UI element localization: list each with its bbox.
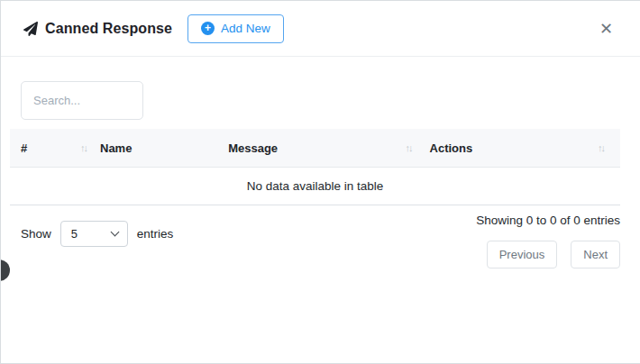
empty-row: No data available in table: [10, 168, 620, 205]
table-info: Showing 0 to 0 of 0 entries: [476, 214, 620, 227]
show-label: Show: [21, 227, 51, 241]
page-size-select[interactable]: 5: [60, 221, 128, 247]
column-label: Message: [228, 141, 278, 155]
dialog-body: # ↑↓ Name Message ↑↓ Actions ↑↓: [1, 81, 640, 268]
entries-label: entries: [137, 227, 174, 241]
table-footer: Show 5 entries Showing 0 to 0 of 0 entri…: [10, 205, 631, 268]
canned-response-table: # ↑↓ Name Message ↑↓ Actions ↑↓: [10, 129, 620, 205]
column-header-message[interactable]: Message ↑↓: [217, 129, 418, 168]
column-header-actions[interactable]: Actions ↑↓: [419, 129, 620, 168]
column-label: Actions: [430, 141, 473, 155]
page-size-select-wrap: 5: [60, 221, 128, 247]
plus-circle-icon: +: [201, 22, 215, 35]
column-header-index[interactable]: # ↑↓: [10, 129, 89, 168]
pager: Previous Next: [487, 241, 620, 268]
sort-icon: ↑↓: [80, 142, 87, 153]
add-new-label: Add New: [221, 22, 270, 35]
table-header-row: # ↑↓ Name Message ↑↓ Actions ↑↓: [10, 129, 620, 168]
paper-plane-icon: [23, 22, 38, 36]
add-new-button[interactable]: + Add New: [187, 14, 284, 43]
search-input[interactable]: [21, 81, 143, 120]
page-length-control: Show 5 entries: [21, 221, 173, 247]
next-button[interactable]: Next: [571, 241, 620, 268]
column-label: Name: [100, 141, 132, 155]
canned-response-dialog: Canned Response + Add New ✕ # ↑↓ Name: [0, 0, 640, 364]
empty-message: No data available in table: [10, 168, 620, 205]
previous-button[interactable]: Previous: [487, 241, 558, 268]
column-header-name[interactable]: Name: [89, 129, 217, 168]
close-icon[interactable]: ✕: [598, 19, 615, 39]
pagination-area: Showing 0 to 0 of 0 entries Previous Nex…: [476, 213, 620, 268]
dialog-title: Canned Response: [45, 21, 172, 37]
sort-icon: ↑↓: [406, 142, 412, 153]
sort-icon: ↑↓: [598, 142, 604, 153]
dialog-header: Canned Response + Add New ✕: [1, 1, 640, 57]
column-label: #: [21, 141, 27, 155]
